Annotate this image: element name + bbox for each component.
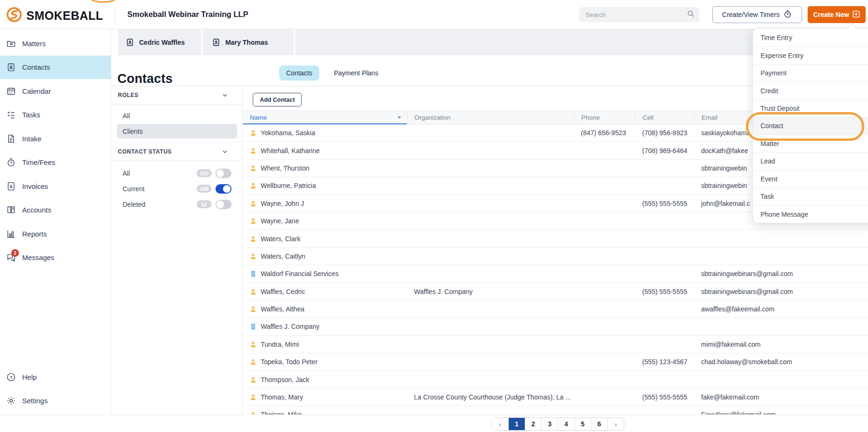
phone-cell <box>574 177 635 194</box>
open-tab-cedric-waffles[interactable]: Cedric Waffles <box>116 29 203 55</box>
global-search[interactable] <box>579 7 699 22</box>
add-contact-button[interactable]: Add Contact <box>253 93 302 106</box>
sidebar-item-time-fees[interactable]: Time/Fees <box>0 151 111 175</box>
contact-name-cell: Whitehall, Katharine <box>243 142 407 159</box>
create-new-menu-item[interactable]: Contact <box>753 117 868 134</box>
sidebar-item-invoices[interactable]: $ Invoices <box>0 174 111 198</box>
page-button[interactable]: 4 <box>558 418 574 430</box>
contact-name: Thomas, Mary <box>261 393 303 401</box>
contact-status-option: Current 268 <box>111 181 242 196</box>
create-new-menu-item[interactable]: Payment <box>753 64 868 82</box>
status-count-badge: 268 <box>197 185 212 193</box>
contact-status-options: All 320 Current 268 Deleted 52 <box>111 161 242 212</box>
person-icon <box>250 359 256 365</box>
page-button[interactable]: 6 <box>591 418 607 430</box>
organization-icon <box>250 270 256 277</box>
sidebar-item-accounts[interactable]: Accounts <box>0 198 111 222</box>
phone-cell <box>574 160 635 177</box>
table-row[interactable]: Thomas, Mary La Crosse County Courthouse… <box>243 389 868 406</box>
page-button[interactable]: 1 <box>508 418 525 430</box>
create-new-button[interactable]: Create New <box>808 6 866 23</box>
sidebar-item-label: Intake <box>22 135 41 143</box>
contact-name: Waffles, Cedric <box>261 288 305 295</box>
contact-name-cell: Thompson, Jack <box>243 371 407 388</box>
table-row[interactable]: Waffles J. Company <box>243 318 868 335</box>
create-new-menu-item[interactable]: Expense Entry <box>753 46 868 64</box>
phone-cell: (847) 656-9523 <box>574 124 635 141</box>
status-toggle[interactable] <box>215 184 231 194</box>
tab-contacts[interactable]: Contacts <box>279 65 319 81</box>
role-option[interactable]: Clients <box>117 124 237 139</box>
table-row[interactable]: Waters, Clark <box>243 230 868 247</box>
phone-cell <box>574 142 635 159</box>
contact-status-option: All 320 <box>111 165 242 181</box>
sidebar-item-contacts[interactable]: Contacts <box>0 56 111 80</box>
create-new-menu-item[interactable]: Phone Message <box>753 205 868 222</box>
timers-button-label: Create/View Timers <box>722 11 780 18</box>
table-row[interactable]: Waldorf Financial Services sbtrainingweb… <box>243 265 868 283</box>
contact-name: Waters, Caitlyn <box>261 253 305 260</box>
table-row[interactable]: Theisen, Mike Fore4less@fakemail.com <box>243 406 868 415</box>
svg-text:M: M <box>10 42 13 46</box>
roles-section-header[interactable]: ROLES <box>111 86 242 105</box>
table-row[interactable]: Thompson, Jack <box>243 371 868 388</box>
table-row[interactable]: Topeka, Todo Peter (555) 123-4567 chad.h… <box>243 353 868 371</box>
plus-square-icon <box>852 10 860 19</box>
tab-payment-plans[interactable]: Payment Plans <box>327 65 385 81</box>
create-new-menu-item[interactable]: Task <box>753 187 868 205</box>
sidebar-item-label: Reports <box>22 230 47 238</box>
table-row[interactable]: Waffles, Althea awaffles@fakeemail.com <box>243 301 868 318</box>
sidebar-item-intake[interactable]: Intake <box>0 127 111 151</box>
contact-name-cell: Tundra, Mimi <box>243 336 407 353</box>
accounts-ledger-icon <box>6 205 16 215</box>
column-header-phone[interactable]: Phone <box>574 111 635 124</box>
open-tab-mary-thomas[interactable]: Mary Thomas <box>204 29 295 55</box>
create-view-timers-button[interactable]: Create/View Timers <box>712 6 802 23</box>
page-button[interactable]: 5 <box>574 418 591 430</box>
create-new-menu-item[interactable]: Matter <box>753 135 868 152</box>
create-new-menu-item[interactable]: Credit <box>753 82 868 99</box>
column-header-name[interactable]: Name <box>243 111 407 124</box>
table-row[interactable]: Tundra, Mimi mimi@fakemail.com <box>243 336 868 353</box>
contact-name-cell: Waters, Clark <box>243 230 407 247</box>
sidebar-item-messages[interactable]: 2 Messages <box>0 246 111 270</box>
contact-name: Whitehall, Katharine <box>261 147 320 155</box>
organization-cell <box>407 248 574 265</box>
sidebar-item-reports[interactable]: Reports <box>0 222 111 246</box>
person-icon <box>250 288 256 295</box>
email-cell: awaffles@fakeemail.com <box>694 301 868 318</box>
create-new-menu-item[interactable]: Lead <box>753 152 868 170</box>
email-cell <box>694 230 868 247</box>
person-icon <box>250 394 256 400</box>
sidebar-item-tasks[interactable]: Tasks <box>0 103 111 127</box>
organization-cell <box>407 212 574 229</box>
role-option[interactable]: All <box>117 108 237 123</box>
search-input[interactable] <box>585 11 687 19</box>
cell-phone-cell: (555) 555-5555 <box>635 389 694 406</box>
previous-page-chevron-icon[interactable]: ‹ <box>492 418 508 430</box>
contact-status-section-header[interactable]: CONTACT STATUS <box>111 142 242 161</box>
page-button[interactable]: 3 <box>541 418 558 430</box>
email-cell: sbtrainingwebinars@gmail.com <box>694 265 868 282</box>
sidebar-item-help[interactable]: ? Help <box>0 365 111 389</box>
phone-cell <box>574 406 635 415</box>
help-question-icon: ? <box>6 372 16 382</box>
column-header-organization[interactable]: Organization <box>407 111 574 124</box>
sidebar-item-matters[interactable]: M Matters <box>0 32 111 56</box>
create-new-menu-item[interactable]: Event <box>753 170 868 187</box>
contact-name-cell: Waffles, Althea <box>243 301 407 318</box>
time-fees-stopwatch-icon <box>6 157 16 167</box>
next-page-chevron-icon[interactable]: › <box>607 418 624 430</box>
table-row[interactable]: Waters, Caitlyn <box>243 248 868 265</box>
sidebar-item-calendar[interactable]: Calendar <box>0 79 111 103</box>
page-tabs: Contacts Payment Plans <box>279 65 385 81</box>
phone-cell <box>574 230 635 247</box>
create-new-menu-item[interactable]: Trust Deposit <box>753 99 868 117</box>
status-toggle[interactable] <box>215 200 231 209</box>
status-toggle[interactable] <box>215 169 231 178</box>
sidebar-item-settings[interactable]: Settings <box>0 389 111 413</box>
table-row[interactable]: Waffles, Cedric Waffles J. Company (555)… <box>243 283 868 301</box>
page-button[interactable]: 2 <box>525 418 541 430</box>
brand[interactable]: SMOKEBALL <box>6 6 103 25</box>
column-header-cell[interactable]: Cell <box>635 111 694 124</box>
